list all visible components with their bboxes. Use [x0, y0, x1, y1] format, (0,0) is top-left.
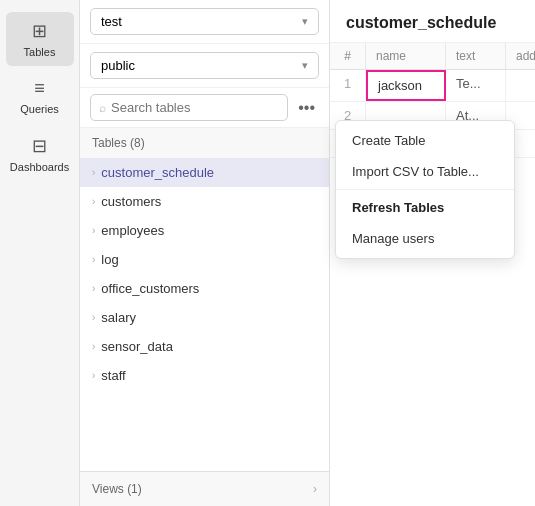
table-item-customers[interactable]: › customers	[80, 187, 329, 216]
chevron-right-icon: ›	[92, 254, 95, 265]
col-header-name: name	[366, 43, 446, 69]
cell-row1-num: 1	[330, 70, 366, 101]
chevron-right-icon: ›	[92, 167, 95, 178]
schema-dropdown[interactable]: public ▾	[90, 52, 319, 79]
col-header-text: text	[446, 43, 506, 69]
menu-item-manage-users[interactable]: Manage users	[336, 223, 514, 254]
dashboards-icon: ⊟	[32, 135, 47, 157]
search-icon: ⌕	[99, 101, 106, 115]
menu-item-create-table[interactable]: Create Table	[336, 125, 514, 156]
table-item-staff[interactable]: › staff	[80, 361, 329, 390]
tables-icon: ⊞	[32, 20, 47, 42]
table-item-label: log	[101, 252, 118, 267]
table-item-log[interactable]: › log	[80, 245, 329, 274]
table-item-label: customer_schedule	[101, 165, 214, 180]
views-chevron-icon: ›	[313, 482, 317, 496]
col-header-num: #	[330, 43, 366, 69]
context-menu: Create Table Import CSV to Table... Refr…	[335, 120, 515, 259]
left-panel: test ▾ public ▾ ⌕ ••• Tables (8) › custo…	[80, 0, 330, 506]
schema-dropdown-value: public	[101, 58, 135, 73]
table-item-sensor-data[interactable]: › sensor_data	[80, 332, 329, 361]
table-item-customer-schedule[interactable]: › customer_schedule	[80, 158, 329, 187]
sidebar-item-dashboards[interactable]: ⊟ Dashboards	[6, 127, 74, 181]
chevron-right-icon: ›	[92, 312, 95, 323]
chevron-right-icon: ›	[92, 341, 95, 352]
table-item-label: office_customers	[101, 281, 199, 296]
chevron-right-icon: ›	[92, 225, 95, 236]
sidebar: ⊞ Tables ≡ Queries ⊟ Dashboards	[0, 0, 80, 506]
sidebar-item-queries-label: Queries	[20, 103, 59, 115]
views-section-label: Views (1)	[92, 482, 142, 496]
sidebar-item-dashboards-label: Dashboards	[10, 161, 69, 173]
db-dropdown-row: test ▾	[80, 0, 329, 44]
queries-icon: ≡	[34, 78, 45, 99]
search-input-wrapper[interactable]: ⌕	[90, 94, 288, 121]
table-item-label: customers	[101, 194, 161, 209]
col-header-addr: addr	[506, 43, 535, 69]
table-row: 1 jackson Te...	[330, 70, 535, 102]
table-item-label: salary	[101, 310, 136, 325]
table-header: # name text addr	[330, 43, 535, 70]
table-title: customer_schedule	[330, 0, 535, 43]
table-item-label: employees	[101, 223, 164, 238]
chevron-right-icon: ›	[92, 196, 95, 207]
cell-row1-name[interactable]: jackson	[366, 70, 446, 101]
table-item-employees[interactable]: › employees	[80, 216, 329, 245]
search-input[interactable]	[111, 100, 279, 115]
cell-row1-text: Te...	[446, 70, 506, 101]
sidebar-item-tables-label: Tables	[24, 46, 56, 58]
cell-row1-addr	[506, 70, 535, 101]
db-dropdown-value: test	[101, 14, 122, 29]
schema-dropdown-row: public ▾	[80, 44, 329, 88]
menu-divider	[336, 189, 514, 190]
chevron-right-icon: ›	[92, 370, 95, 381]
table-item-office-customers[interactable]: › office_customers	[80, 274, 329, 303]
db-dropdown-arrow: ▾	[302, 15, 308, 28]
schema-dropdown-arrow: ▾	[302, 59, 308, 72]
table-list: › customer_schedule › customers › employ…	[80, 158, 329, 471]
menu-item-refresh-tables[interactable]: Refresh Tables	[336, 192, 514, 223]
views-section[interactable]: Views (1) ›	[80, 471, 329, 506]
table-item-label: staff	[101, 368, 125, 383]
db-dropdown[interactable]: test ▾	[90, 8, 319, 35]
sidebar-item-queries[interactable]: ≡ Queries	[6, 70, 74, 123]
chevron-right-icon: ›	[92, 283, 95, 294]
sidebar-item-tables[interactable]: ⊞ Tables	[6, 12, 74, 66]
search-row: ⌕ •••	[80, 88, 329, 128]
table-item-label: sensor_data	[101, 339, 173, 354]
menu-item-import-csv[interactable]: Import CSV to Table...	[336, 156, 514, 187]
table-item-salary[interactable]: › salary	[80, 303, 329, 332]
more-options-button[interactable]: •••	[294, 97, 319, 119]
tables-section-header: Tables (8)	[80, 128, 329, 158]
